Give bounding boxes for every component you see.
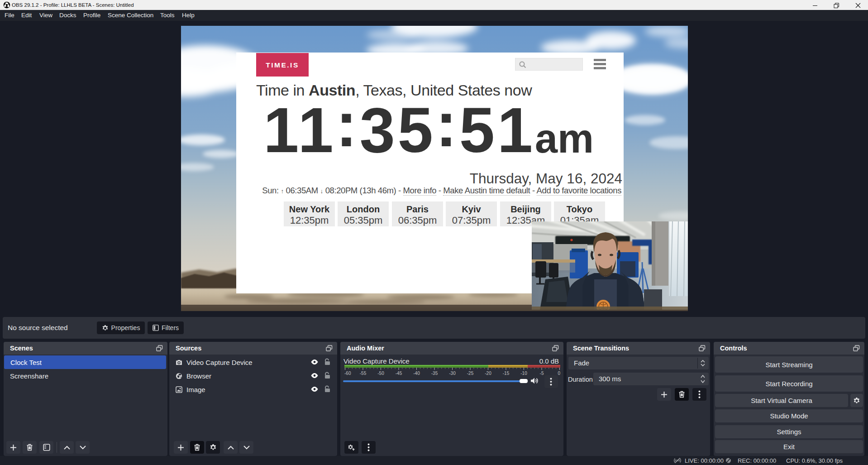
svg-text:-25: -25 (467, 371, 474, 376)
svg-text:-30: -30 (449, 371, 456, 376)
svg-text:-5: -5 (540, 371, 544, 376)
svg-text:-45: -45 (396, 371, 402, 376)
svg-text:-60: -60 (344, 371, 351, 376)
svg-text:-10: -10 (520, 371, 527, 376)
svg-text:-20: -20 (485, 371, 491, 376)
svg-text:-35: -35 (431, 371, 438, 376)
svg-text:-50: -50 (377, 371, 384, 376)
svg-text:-15: -15 (503, 371, 510, 376)
svg-text:0: 0 (558, 371, 560, 376)
svg-text:-40: -40 (413, 371, 420, 376)
svg-text:-55: -55 (360, 371, 367, 376)
